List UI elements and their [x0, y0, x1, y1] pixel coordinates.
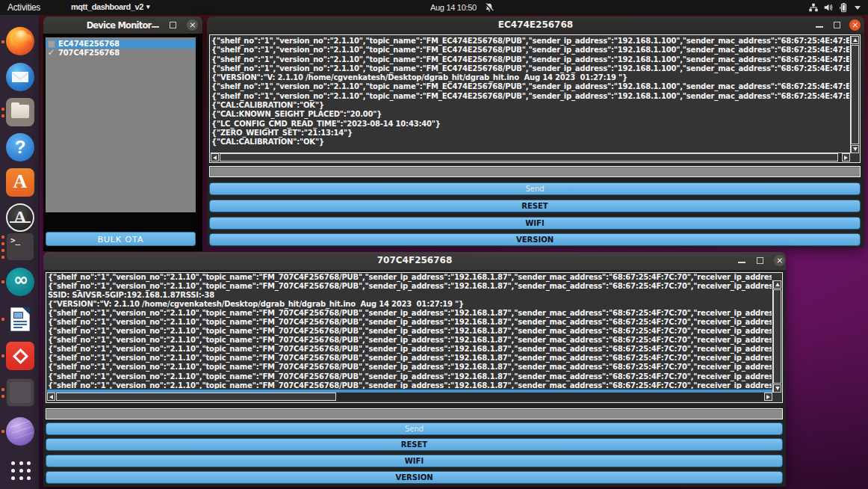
wired-network-icon [808, 2, 819, 13]
ec-wifi-button[interactable]: WIFI [209, 217, 861, 230]
s707-horizontal-scrollbar[interactable] [47, 393, 772, 401]
arduino-running-dots [1, 280, 4, 287]
ec-log-area: {"shelf_no":"1","version_no":"2.1.10","t… [209, 34, 861, 163]
minimize-button[interactable] [152, 26, 159, 28]
ec-log-text[interactable]: {"shelf_no":"1","version_no":"2.1.10","t… [211, 37, 849, 153]
device-monitor-window: Device Monitor EC474E256768 ✓ 707C4F2567… [43, 16, 202, 251]
terminal-prompt-glyph: >_ [10, 236, 20, 245]
purple-sphere-icon [6, 417, 34, 446]
minimize-button[interactable] [816, 26, 823, 28]
volume-icon [823, 2, 834, 13]
window-placeholder-icon [6, 378, 34, 407]
dock-libreoffice-writer[interactable] [6, 305, 34, 333]
minimize-button[interactable] [738, 262, 745, 263]
notifications-disabled-icon [484, 2, 495, 13]
dock-red-diamond-app[interactable] [6, 342, 34, 370]
s707-title: 707C4F256768 [43, 255, 786, 265]
firefox-icon [6, 27, 34, 55]
libreoffice-writer-icon [6, 305, 34, 333]
close-button[interactable] [774, 255, 785, 266]
ec-titlebar[interactable]: EC474E256768 [207, 16, 864, 34]
focused-app-menu[interactable]: mqtt_dashboard_v2▾ [71, 2, 149, 11]
files-icon [6, 98, 34, 126]
files-running-dots [1, 108, 4, 121]
a-circle-letter: A [13, 207, 26, 227]
ubuntu-software-icon: A [6, 168, 34, 197]
device-label: 707C4F256768 [58, 49, 120, 57]
scroll-thumb[interactable] [851, 45, 859, 144]
software-letter: A [13, 170, 28, 192]
s707-wifi-button[interactable]: WIFI [46, 455, 783, 467]
s707-vertical-scrollbar[interactable] [773, 280, 781, 393]
device-monitor-body: EC474E256768 ✓ 707C4F256768 BULK OTA [43, 34, 202, 251]
terminal-running-dots [1, 236, 4, 262]
top-panel: Activities mqtt_dashboard_v2▾ Aug 14 10:… [0, 0, 868, 15]
scroll-thumb[interactable] [56, 393, 336, 401]
red-diamond-app-icon [6, 342, 34, 370]
device-list-item[interactable]: EC474E256768 [46, 40, 196, 49]
s707-log-text[interactable]: {"shelf_no":"1","version_no":"2.1.10","t… [48, 273, 772, 389]
terminal-icon: >_ [6, 233, 34, 261]
maximize-button[interactable] [170, 22, 176, 28]
device-monitor-titlebar[interactable]: Device Monitor [43, 16, 202, 34]
close-button[interactable] [187, 19, 198, 31]
dock-ubuntu-software[interactable]: A [6, 168, 34, 197]
maximize-button[interactable] [834, 22, 840, 28]
scroll-thumb[interactable] [773, 289, 781, 384]
arduino-icon: ∞ [6, 268, 34, 296]
writer-running-dots [1, 318, 4, 325]
dock-thunderbird[interactable] [6, 63, 34, 91]
dock: ? A A >_ ∞ [0, 15, 40, 489]
clock[interactable]: Aug 14 10:50 [430, 3, 477, 12]
close-button[interactable] [849, 19, 861, 31]
right-arrow-icon [844, 156, 848, 160]
checkbox-checked-icon[interactable]: ✓ [48, 49, 55, 56]
ec-body: {"shelf_no":"1","version_no":"2.1.10","t… [207, 34, 864, 247]
system-menu-caret-icon [855, 6, 861, 10]
dock-terminal[interactable]: >_ [6, 233, 34, 261]
focused-app-name: mqtt_dashboard_v2 [71, 2, 143, 11]
red-app-running-dots [1, 354, 4, 361]
scroll-thumb[interactable] [220, 153, 838, 162]
dock-a-circle[interactable]: A [6, 203, 34, 232]
dock-firefox[interactable] [6, 27, 34, 55]
device-list-item[interactable]: ✓ 707C4F256768 [46, 49, 196, 58]
dock-arduino[interactable]: ∞ [6, 268, 34, 296]
ec-title: EC474E256768 [207, 19, 864, 30]
left-arrow-icon [213, 156, 217, 160]
s707-titlebar[interactable]: 707C4F256768 [43, 252, 786, 270]
device-list[interactable]: EC474E256768 ✓ 707C4F256768 [46, 37, 196, 212]
s707-send-button[interactable]: Send [46, 422, 783, 435]
dock-window-placeholder[interactable] [6, 378, 34, 407]
ec-horizontal-scrollbar[interactable] [211, 153, 850, 162]
ec-command-input[interactable] [209, 166, 861, 177]
dock-help[interactable]: ? [6, 133, 34, 162]
up-arrow-icon [775, 283, 780, 286]
ec-version-button[interactable]: VERSION [209, 233, 861, 246]
down-arrow-icon [775, 387, 780, 390]
help-icon: ? [6, 133, 34, 162]
app-menu-caret-icon: ▾ [146, 3, 149, 10]
dock-purple-sphere-app[interactable] [6, 417, 34, 446]
battery-icon [838, 2, 849, 13]
dock-files[interactable] [6, 98, 34, 126]
bulk-ota-button[interactable]: BULK OTA [46, 232, 196, 246]
s707-body: {"shelf_no":"1","version_no":"2.1.10","t… [43, 270, 786, 487]
s707-command-input[interactable] [46, 408, 783, 419]
checkbox-unchecked-icon[interactable] [48, 40, 55, 48]
s707-version-button[interactable]: VERSION [46, 471, 783, 484]
activities-button[interactable]: Activities [7, 2, 40, 13]
s707-log-area: {"shelf_no":"1","version_no":"2.1.10","t… [46, 272, 783, 403]
maximize-button[interactable] [757, 257, 763, 264]
s707-selection-strip [47, 390, 772, 393]
ec-device-window: EC474E256768 {"shelf_no":"1","version_no… [207, 16, 864, 247]
placeholder-running-dots [1, 388, 4, 402]
device-label: EC474E256768 [58, 40, 120, 48]
ec-send-button[interactable]: Send [209, 182, 861, 195]
firefox-running-dots [1, 40, 4, 47]
ec-reset-button[interactable]: RESET [209, 200, 861, 212]
dock-show-applications[interactable] [6, 457, 34, 485]
s707-reset-button[interactable]: RESET [46, 438, 783, 451]
ec-vertical-scrollbar[interactable] [851, 36, 859, 153]
arduino-infinity-glyph: ∞ [13, 269, 27, 290]
